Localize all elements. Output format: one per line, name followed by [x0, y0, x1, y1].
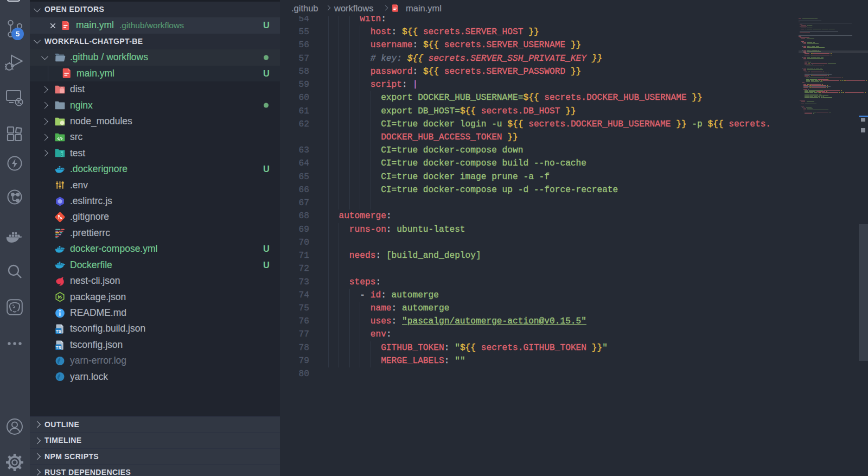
svg-text:TS: TS: [56, 345, 61, 350]
svg-text:TS: TS: [56, 329, 61, 334]
